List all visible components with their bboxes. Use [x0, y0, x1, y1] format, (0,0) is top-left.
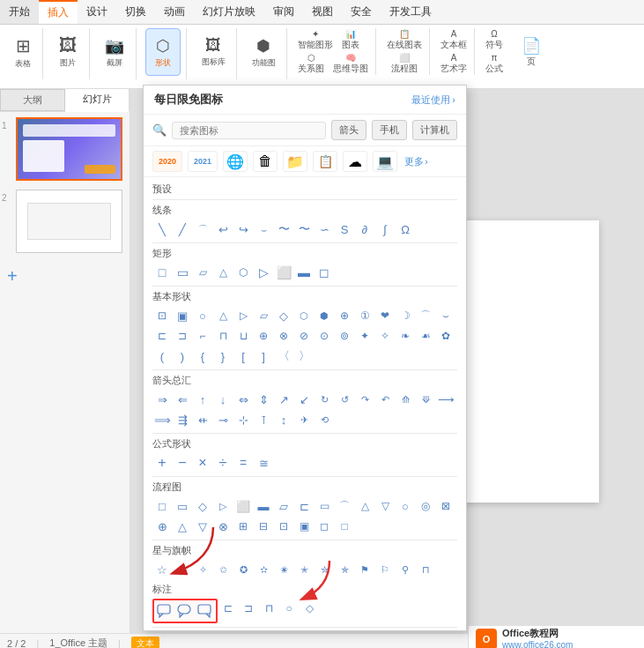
flow-20[interactable]: ⊞: [233, 517, 253, 536]
arr-17[interactable]: ⇶: [173, 410, 192, 429]
source-icon3[interactable]: 📁: [283, 151, 307, 172]
basic-31[interactable]: (: [152, 346, 172, 366]
rect-shape-7[interactable]: ⬜: [274, 263, 293, 282]
basic-38[interactable]: 〉: [294, 346, 314, 366]
line-shape-7[interactable]: 〜: [274, 220, 293, 239]
flow-24[interactable]: ◻: [315, 517, 334, 536]
star-1[interactable]: ☆: [152, 560, 172, 579]
arr-1[interactable]: ⇒: [152, 390, 172, 409]
textbox-button[interactable]: A 文本框: [437, 28, 470, 51]
flow-14[interactable]: ◎: [416, 496, 435, 516]
flow-18[interactable]: ▽: [193, 517, 212, 536]
flow-10[interactable]: ⌒: [335, 496, 354, 516]
filter-arrow-btn[interactable]: 箭头: [331, 120, 366, 140]
basic-6[interactable]: ▱: [254, 306, 273, 325]
source-icon5[interactable]: ☁: [343, 151, 367, 172]
line-shape-6[interactable]: ⌣: [254, 220, 273, 239]
basic-9[interactable]: ⬢: [315, 306, 334, 325]
arr-6[interactable]: ⇕: [254, 390, 273, 409]
basic-7[interactable]: ◇: [274, 306, 293, 325]
line-shape-10[interactable]: S: [335, 220, 354, 239]
flow-8[interactable]: ⊏: [294, 496, 314, 516]
add-slide-icon[interactable]: +: [7, 267, 18, 285]
formula-5[interactable]: =: [233, 453, 253, 473]
basic-26[interactable]: ✦: [355, 326, 374, 346]
basic-3[interactable]: ○: [193, 306, 212, 325]
arr-16[interactable]: ⟹: [152, 410, 172, 429]
tab-huandeng[interactable]: 幻灯片放映: [194, 0, 264, 24]
mindmap-button[interactable]: 🧠 思维导图: [329, 52, 372, 75]
basic-20[interactable]: ⊔: [233, 326, 253, 346]
source-icon4[interactable]: 📋: [313, 151, 337, 172]
star-14[interactable]: ⊓: [416, 560, 435, 579]
basic-32[interactable]: ): [173, 346, 192, 366]
rect-shape-9[interactable]: ◻: [315, 263, 334, 282]
function-button[interactable]: ⬢ 功能图: [246, 28, 281, 76]
star-8[interactable]: ✭: [294, 560, 314, 579]
arr-20[interactable]: ⊹: [233, 410, 253, 429]
basic-2[interactable]: ▣: [173, 306, 192, 325]
callout-4[interactable]: ⊏: [218, 599, 238, 618]
online-table-button[interactable]: 📋 在线图表: [383, 28, 426, 51]
icon-library-button[interactable]: 🖼 图标库: [196, 28, 231, 76]
basic-16[interactable]: ⊏: [152, 326, 172, 346]
flow-16[interactable]: ⊕: [152, 517, 172, 536]
tab-kaifa[interactable]: 开发工具: [381, 0, 440, 24]
line-shape-11[interactable]: ∂: [355, 220, 374, 239]
arr-8[interactable]: ↙: [294, 390, 314, 409]
source-icon2[interactable]: 🗑: [253, 151, 278, 172]
arr-11[interactable]: ↷: [355, 390, 374, 409]
tab-shenyue[interactable]: 审阅: [264, 0, 303, 24]
arr-10[interactable]: ↺: [335, 390, 354, 409]
screenshot-button[interactable]: 📷 截屏: [99, 28, 130, 76]
basic-4[interactable]: △: [213, 306, 233, 325]
arr-2[interactable]: ⇐: [173, 390, 192, 409]
arr-3[interactable]: ↑: [193, 390, 212, 409]
tab-anquan[interactable]: 安全: [342, 0, 381, 24]
arr-22[interactable]: ↕: [274, 410, 293, 429]
tab-donghua[interactable]: 动画: [155, 0, 194, 24]
callout-7[interactable]: ○: [279, 599, 299, 618]
arr-21[interactable]: ⊺: [254, 410, 273, 429]
flow-9[interactable]: ▭: [315, 496, 334, 516]
symbol-button[interactable]: Ω 符号: [482, 28, 507, 51]
arr-13[interactable]: ⟰: [396, 390, 415, 409]
line-shape-8[interactable]: 〜: [294, 220, 314, 239]
callout-highlight-3[interactable]: [196, 601, 215, 621]
arr-18[interactable]: ⇷: [193, 410, 212, 429]
more-btn[interactable]: 更多 ›: [404, 155, 428, 168]
basic-8[interactable]: ⬡: [294, 306, 314, 325]
flow-17[interactable]: △: [173, 517, 192, 536]
basic-5[interactable]: ▷: [233, 306, 253, 325]
arr-4[interactable]: ↓: [213, 390, 233, 409]
flow-13[interactable]: ○: [396, 496, 415, 516]
basic-13[interactable]: ☽: [396, 306, 415, 325]
callout-highlight-2[interactable]: [175, 601, 195, 621]
sidebar-tab-outline[interactable]: 大纲: [0, 89, 65, 111]
rect-shape-4[interactable]: △: [213, 263, 233, 282]
star-6[interactable]: ✫: [254, 560, 273, 579]
formula-button[interactable]: π 公式: [482, 52, 507, 75]
flow-23[interactable]: ▣: [294, 517, 314, 536]
star-3[interactable]: ✧: [193, 560, 212, 579]
formula-1[interactable]: +: [152, 453, 172, 473]
basic-21[interactable]: ⊕: [254, 326, 273, 346]
arr-5[interactable]: ⇔: [233, 390, 253, 409]
callout-6[interactable]: ⊓: [259, 599, 278, 618]
page-button[interactable]: 📄 页: [517, 28, 545, 76]
star-11[interactable]: ⚑: [355, 560, 374, 579]
basic-28[interactable]: ❧: [396, 326, 415, 346]
arr-23[interactable]: ✈: [294, 410, 314, 429]
flow-7[interactable]: ▱: [274, 496, 293, 516]
line-shape-3[interactable]: ⌒: [193, 220, 212, 239]
callout-highlight-1[interactable]: [155, 601, 174, 621]
rect-shape-6[interactable]: ▷: [254, 263, 273, 282]
basic-25[interactable]: ⊚: [335, 326, 354, 346]
line-shape-5[interactable]: ↪: [233, 220, 253, 239]
star-7[interactable]: ✬: [274, 560, 293, 579]
formula-6[interactable]: ≅: [254, 453, 273, 473]
rect-shape-8[interactable]: ▬: [294, 263, 314, 282]
tab-charu[interactable]: 插入: [39, 0, 78, 24]
basic-10[interactable]: ⊕: [335, 306, 354, 325]
tab-kaishi[interactable]: 开始: [0, 0, 39, 24]
